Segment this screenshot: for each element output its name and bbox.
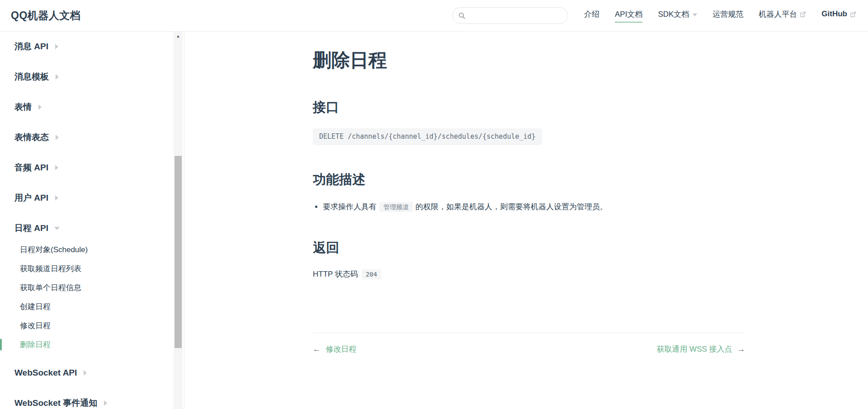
sidebar-section-websocket-events[interactable]: WebSocket 事件通知 bbox=[0, 397, 184, 409]
sidebar-item-modify-schedule: 修改日程 bbox=[0, 320, 184, 331]
return-label: HTTP 状态码 bbox=[313, 270, 358, 278]
sidebar-section-message-api[interactable]: 消息 API bbox=[0, 41, 184, 52]
chevron-right-icon bbox=[104, 400, 107, 406]
sidebar-item-delete-schedule: 删除日程 bbox=[0, 339, 184, 350]
chevron-right-icon bbox=[38, 104, 42, 110]
chevron-right-icon bbox=[55, 44, 58, 49]
sidebar-link[interactable]: 修改日程 bbox=[0, 320, 184, 331]
nav-item-platform[interactable]: 机器人平台 bbox=[759, 9, 806, 23]
sidebar-item-get-schedule: 获取单个日程信息 bbox=[0, 282, 184, 293]
external-link-icon bbox=[850, 11, 856, 18]
sidebar-section-audio-api[interactable]: 音频 API bbox=[0, 162, 184, 173]
main-content: 删除日程 接口 DELETE /channels/{channel_id}/sc… bbox=[184, 32, 868, 409]
heading-return: 返回 bbox=[313, 239, 745, 257]
sidebar-section-label: 消息 API bbox=[14, 41, 48, 52]
sidebar-section-schedule-api-title[interactable]: 日程 API bbox=[0, 222, 60, 234]
sidebar-list: 消息 API 消息模板 表情 表情表态 音频 API 用户 API 日程 API… bbox=[0, 32, 184, 409]
chevron-right-icon bbox=[56, 135, 59, 140]
nav-item-api-docs[interactable]: API文档 bbox=[615, 9, 642, 23]
scrollbar-up-arrow-icon[interactable]: ▲ bbox=[174, 33, 183, 39]
description-post: 的权限，如果是机器人，则需要将机器人设置为管理员。 bbox=[415, 202, 608, 211]
chevron-right-icon bbox=[56, 74, 59, 80]
sidebar-item-list-schedules: 获取频道日程列表 bbox=[0, 263, 184, 274]
description-item: 要求操作人具有管理频道的权限，如果是机器人，则需要将机器人设置为管理员。 bbox=[323, 201, 745, 213]
nav-item-rules[interactable]: 运营规范 bbox=[712, 9, 743, 23]
right-arrow-icon: → bbox=[737, 345, 745, 353]
status-code-badge: 204 bbox=[362, 269, 381, 279]
chevron-down-icon bbox=[54, 227, 60, 230]
sidebar-link-active[interactable]: 删除日程 bbox=[0, 339, 184, 350]
sidebar-section-label: 消息模板 bbox=[14, 71, 49, 82]
sidebar-section-emoji[interactable]: 表情 bbox=[0, 101, 184, 113]
description-list: 要求操作人具有管理频道的权限，如果是机器人，则需要将机器人设置为管理员。 bbox=[313, 201, 745, 213]
permission-code: 管理频道 bbox=[379, 202, 413, 212]
sidebar-section-label: WebSocket API bbox=[14, 367, 77, 378]
nav-item-platform-label: 机器人平台 bbox=[759, 9, 797, 19]
heading-description: 功能描述 bbox=[313, 171, 745, 189]
sidebar-link[interactable]: 获取频道日程列表 bbox=[0, 263, 184, 274]
nav-item-sdk-docs[interactable]: SDK文档 bbox=[658, 9, 697, 23]
page-title: 删除日程 bbox=[313, 48, 745, 73]
sidebar-link[interactable]: 日程对象(Schedule) bbox=[0, 244, 184, 255]
sidebar: 消息 API 消息模板 表情 表情表态 音频 API 用户 API 日程 API… bbox=[0, 32, 184, 409]
sidebar-children: 日程对象(Schedule) 获取频道日程列表 获取单个日程信息 创建日程 修改… bbox=[0, 244, 184, 350]
chevron-right-icon bbox=[84, 370, 87, 376]
search-icon bbox=[458, 12, 466, 19]
prev-page: ← 修改日程 bbox=[313, 344, 356, 354]
sidebar-section-label: WebSocket 事件通知 bbox=[14, 397, 97, 409]
navbar-right: 介绍 API文档 SDK文档 运营规范 机器人平台 GitHub bbox=[452, 7, 856, 24]
sidebar-section-reaction[interactable]: 表情表态 bbox=[0, 132, 184, 143]
return-text: HTTP 状态码204 bbox=[313, 269, 745, 279]
description-pre: 要求操作人具有 bbox=[323, 202, 377, 211]
nav-item-github-label: GitHub bbox=[821, 9, 847, 19]
sidebar-item-create-schedule: 创建日程 bbox=[0, 301, 184, 312]
sidebar-link[interactable]: 获取单个日程信息 bbox=[0, 282, 184, 293]
next-page: 获取通用 WSS 接入点 → bbox=[656, 344, 745, 354]
search-box[interactable] bbox=[452, 7, 568, 24]
sidebar-section-schedule-api: 日程 API 日程对象(Schedule) 获取频道日程列表 获取单个日程信息 … bbox=[0, 222, 184, 350]
site-logo[interactable]: QQ机器人文档 bbox=[11, 9, 80, 23]
nav-item-github[interactable]: GitHub bbox=[821, 9, 856, 22]
sidebar-section-label: 用户 API bbox=[14, 192, 48, 203]
endpoint-code: DELETE /channels/{channel_id}/schedules/… bbox=[313, 128, 542, 145]
left-arrow-icon: ← bbox=[313, 345, 321, 353]
chevron-down-icon bbox=[693, 14, 697, 16]
prev-page-link[interactable]: 修改日程 bbox=[326, 345, 356, 353]
next-page-link[interactable]: 获取通用 WSS 接入点 bbox=[656, 345, 732, 353]
sidebar-section-websocket-api[interactable]: WebSocket API bbox=[0, 367, 184, 378]
search-input[interactable] bbox=[469, 8, 562, 24]
scrollbar-thumb[interactable] bbox=[175, 156, 182, 348]
sidebar-item-schedule-object: 日程对象(Schedule) bbox=[0, 244, 184, 255]
sidebar-section-message-template[interactable]: 消息模板 bbox=[0, 71, 184, 82]
sidebar-link[interactable]: 创建日程 bbox=[0, 301, 184, 312]
external-link-icon bbox=[800, 11, 806, 18]
sidebar-section-label: 音频 API bbox=[14, 162, 48, 173]
nav-item-sdk-label: SDK文档 bbox=[658, 9, 689, 19]
page-footer-nav: ← 修改日程 获取通用 WSS 接入点 → bbox=[313, 333, 745, 354]
chevron-right-icon bbox=[55, 165, 58, 170]
chevron-right-icon bbox=[55, 195, 58, 201]
nav-item-intro[interactable]: 介绍 bbox=[584, 9, 599, 23]
sidebar-section-label: 表情 bbox=[14, 101, 32, 113]
navbar: QQ机器人文档 介绍 API文档 SDK文档 运营规范 机器人平台 GitHub bbox=[0, 0, 868, 32]
sidebar-section-user-api[interactable]: 用户 API bbox=[0, 192, 184, 203]
sidebar-scrollbar[interactable]: ▲ bbox=[174, 32, 183, 409]
sidebar-section-label: 表情表态 bbox=[14, 132, 49, 143]
heading-api: 接口 bbox=[313, 99, 745, 117]
sidebar-section-label: 日程 API bbox=[14, 222, 48, 234]
